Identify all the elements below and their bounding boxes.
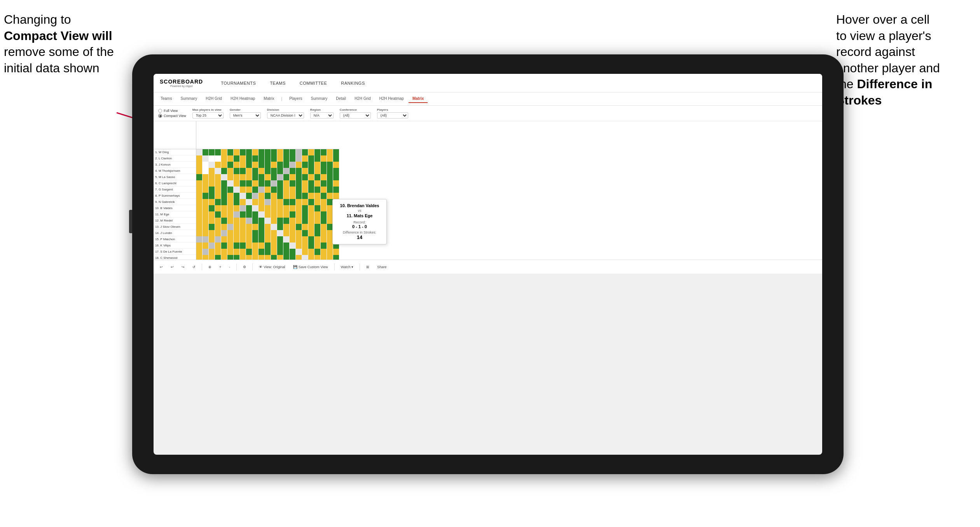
cell-1-13[interactable] (271, 149, 277, 155)
cell-15-11[interactable] (259, 236, 265, 243)
cell-3-20[interactable] (314, 162, 321, 168)
cell-1-20[interactable] (314, 149, 321, 155)
cell-10-10[interactable] (252, 205, 259, 211)
cell-11-16[interactable] (290, 211, 296, 218)
cell-15-2[interactable] (203, 236, 209, 243)
cell-10-16[interactable] (290, 205, 296, 211)
cell-6-8[interactable] (240, 180, 246, 187)
cell-5-4[interactable] (215, 174, 221, 180)
cell-11-17[interactable] (296, 211, 302, 218)
cell-13-11[interactable] (259, 224, 265, 230)
cell-14-3[interactable] (209, 230, 215, 236)
cell-7-8[interactable] (240, 187, 246, 193)
cell-14-14[interactable] (277, 230, 283, 236)
cell-9-15[interactable] (283, 199, 290, 205)
cell-4-18[interactable] (302, 168, 308, 174)
subnav-h2h-heatmap2[interactable]: H2H Heatmap (376, 95, 408, 103)
cell-14-1[interactable] (196, 230, 203, 236)
cell-10-11[interactable] (259, 205, 265, 211)
undo2-button[interactable]: ↩ (169, 264, 175, 270)
cell-3-1[interactable] (196, 162, 203, 168)
cell-8-17[interactable] (296, 193, 302, 199)
cell-17-18[interactable] (302, 249, 308, 255)
cell-15-5[interactable] (221, 236, 227, 243)
cell-10-14[interactable] (277, 205, 283, 211)
subnav-h2h-grid2[interactable]: H2H Grid (351, 95, 375, 103)
cell-6-16[interactable] (290, 180, 296, 187)
cell-2-14[interactable] (277, 155, 283, 162)
cell-2-9[interactable] (246, 155, 252, 162)
cell-11-21[interactable] (321, 211, 327, 218)
cell-11-20[interactable] (314, 211, 321, 218)
cell-12-19[interactable] (308, 218, 314, 224)
cell-12-4[interactable] (215, 218, 221, 224)
cell-12-21[interactable] (321, 218, 327, 224)
cell-2-11[interactable] (259, 155, 265, 162)
cell-10-15[interactable] (283, 205, 290, 211)
cell-7-2[interactable] (203, 187, 209, 193)
cell-17-12[interactable] (265, 249, 271, 255)
players-select[interactable]: (All) (377, 112, 408, 119)
cell-7-20[interactable] (314, 187, 321, 193)
cell-2-16[interactable] (290, 155, 296, 162)
cell-14-21[interactable] (321, 230, 327, 236)
cell-9-7[interactable] (234, 199, 240, 205)
cell-14-9[interactable] (246, 230, 252, 236)
cell-4-1[interactable] (196, 168, 203, 174)
cell-6-17[interactable] (296, 180, 302, 187)
subnav-players[interactable]: Players (285, 95, 306, 103)
cell-9-6[interactable] (227, 199, 234, 205)
cell-6-9[interactable] (246, 180, 252, 187)
cell-13-7[interactable] (234, 224, 240, 230)
cell-5-15[interactable] (283, 174, 290, 180)
cell-12-14[interactable] (277, 218, 283, 224)
cell-16-3[interactable] (209, 243, 215, 249)
cell-3-7[interactable] (234, 162, 240, 168)
cell-3-2[interactable] (203, 162, 209, 168)
cell-14-2[interactable] (203, 230, 209, 236)
cell-14-8[interactable] (240, 230, 246, 236)
cell-11-14[interactable] (277, 211, 283, 218)
cell-8-19[interactable] (308, 193, 314, 199)
cell-14-19[interactable] (308, 230, 314, 236)
compact-view-radio[interactable]: Compact View (158, 114, 186, 118)
cell-13-18[interactable] (302, 224, 308, 230)
cell-6-5[interactable] (221, 180, 227, 187)
cell-7-18[interactable] (302, 187, 308, 193)
cell-4-7[interactable] (234, 168, 240, 174)
cell-5-18[interactable] (302, 174, 308, 180)
cell-9-18[interactable] (302, 199, 308, 205)
cell-7-9[interactable] (246, 187, 252, 193)
view-original-btn[interactable]: 👁 View: Original (257, 264, 286, 270)
cell-17-3[interactable] (209, 249, 215, 255)
cell-5-13[interactable] (271, 174, 277, 180)
cell-13-20[interactable] (314, 224, 321, 230)
cell-3-11[interactable] (259, 162, 265, 168)
cell-15-4[interactable] (215, 236, 221, 243)
cell-12-5[interactable] (221, 218, 227, 224)
cell-6-18[interactable] (302, 180, 308, 187)
cell-3-8[interactable] (240, 162, 246, 168)
cell-12-1[interactable] (196, 218, 203, 224)
cell-13-8[interactable] (240, 224, 246, 230)
cell-13-5[interactable] (221, 224, 227, 230)
cell-17-16[interactable] (290, 249, 296, 255)
cell-7-17[interactable] (296, 187, 302, 193)
cell-2-10[interactable] (252, 155, 259, 162)
cell-8-10[interactable] (252, 193, 259, 199)
cell-1-4[interactable] (215, 149, 221, 155)
zoom-plus-btn[interactable]: + (218, 264, 223, 270)
full-view-radio[interactable]: Full View (158, 109, 186, 113)
cell-7-12[interactable] (265, 187, 271, 193)
cell-2-4[interactable] (215, 155, 221, 162)
cell-3-6[interactable] (227, 162, 234, 168)
cell-8-7[interactable] (234, 193, 240, 199)
cell-3-22[interactable] (327, 162, 333, 168)
cell-11-2[interactable] (203, 211, 209, 218)
division-select[interactable]: NCAA Division I (267, 112, 304, 119)
cell-4-11[interactable] (259, 168, 265, 174)
cell-14-16[interactable] (290, 230, 296, 236)
cell-1-6[interactable] (227, 149, 234, 155)
cell-1-2[interactable] (203, 149, 209, 155)
cell-4-23[interactable] (333, 168, 339, 174)
